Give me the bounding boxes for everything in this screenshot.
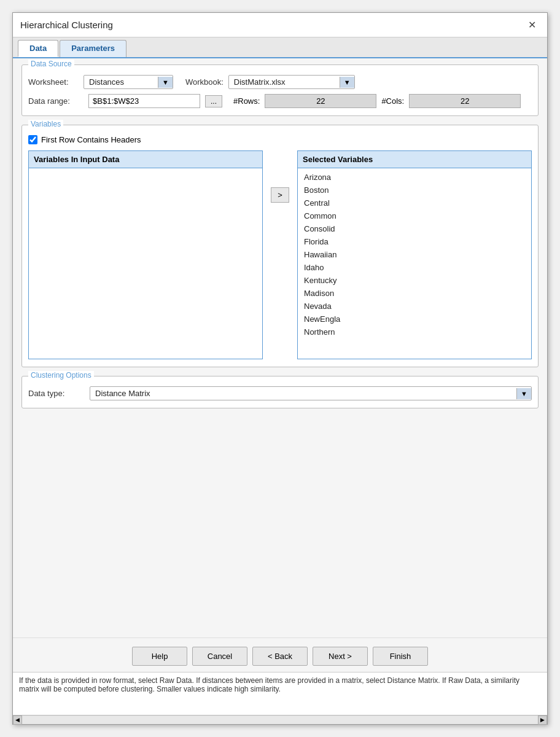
list-item[interactable]: Idaho xyxy=(298,261,531,274)
data-source-section: Data Source Worksheet: Distances ▼ Workb… xyxy=(21,64,539,116)
range-row: Data range: ... #Rows: #Cols: xyxy=(28,94,532,108)
workbook-value: DistMatrix.xlsx xyxy=(229,76,340,88)
footer-buttons: Help Cancel < Back Next > Finish xyxy=(13,638,547,672)
scroll-right-icon[interactable]: ▶ xyxy=(538,716,547,725)
headers-checkbox-row: First Row Contains Headers xyxy=(28,135,532,144)
clustering-options-section: Clustering Options Data type: Distance M… xyxy=(21,376,539,408)
list-item[interactable]: Central xyxy=(298,197,531,209)
worksheet-value: Distances xyxy=(84,76,158,88)
list-item[interactable]: Nevada xyxy=(298,300,531,313)
list-item[interactable]: Northern xyxy=(298,326,531,338)
arrow-button-wrap: > xyxy=(268,150,292,205)
datatype-dropdown[interactable]: Distance Matrix ▼ xyxy=(90,386,532,400)
worksheet-row: Worksheet: Distances ▼ Workbook: DistMat… xyxy=(28,75,532,89)
cols-input xyxy=(409,94,521,108)
datatype-row: Data type: Distance Matrix ▼ xyxy=(28,386,532,400)
datatype-value: Distance Matrix xyxy=(90,387,516,400)
list-item[interactable]: Kentucky xyxy=(298,274,531,287)
title-bar: Hierarchical Clustering ✕ xyxy=(13,13,547,37)
input-variables-header: Variables In Input Data xyxy=(29,151,262,168)
worksheet-arrow-icon[interactable]: ▼ xyxy=(158,77,173,88)
scroll-track[interactable] xyxy=(22,716,538,724)
datarange-input[interactable] xyxy=(88,94,200,108)
hierarchical-clustering-dialog: Hierarchical Clustering ✕ Data Parameter… xyxy=(12,12,548,725)
browse-button[interactable]: ... xyxy=(205,95,222,107)
rows-cols-wrap: #Rows: #Cols: xyxy=(233,94,521,108)
variables-section: Variables First Row Contains Headers Var… xyxy=(21,125,539,367)
list-item[interactable]: Consolid xyxy=(298,222,531,235)
clustering-options-label: Clustering Options xyxy=(28,371,94,380)
horizontal-scrollbar[interactable]: ◀ ▶ xyxy=(13,715,547,724)
input-variables-body xyxy=(29,168,262,173)
worksheet-label: Worksheet: xyxy=(28,77,84,87)
status-text: If the data is provided in row format, s… xyxy=(19,676,519,693)
tab-parameters[interactable]: Parameters xyxy=(60,40,126,57)
workbook-wrap: Workbook: DistMatrix.xlsx ▼ xyxy=(185,75,355,89)
workbook-label: Workbook: xyxy=(185,77,224,87)
variables-lists: Variables In Input Data > Selected Varia… xyxy=(28,150,532,359)
list-item[interactable]: Florida xyxy=(298,235,531,248)
list-item[interactable]: Hawaiian xyxy=(298,248,531,261)
rows-label: #Rows: xyxy=(233,96,260,106)
dialog-title: Hierarchical Clustering xyxy=(20,20,113,30)
datatype-label: Data type: xyxy=(28,389,84,398)
list-item[interactable]: Arizona xyxy=(298,171,531,184)
help-button[interactable]: Help xyxy=(132,647,187,666)
tab-bar: Data Parameters xyxy=(13,37,547,58)
finish-button[interactable]: Finish xyxy=(373,647,428,666)
list-item[interactable]: Madison xyxy=(298,287,531,300)
workbook-arrow-icon[interactable]: ▼ xyxy=(340,77,354,88)
list-item[interactable]: Common xyxy=(298,209,531,222)
back-button[interactable]: < Back xyxy=(252,647,308,666)
headers-checkbox-label: First Row Contains Headers xyxy=(41,135,141,144)
status-bar: If the data is provided in row format, s… xyxy=(13,672,547,715)
datatype-arrow-icon[interactable]: ▼ xyxy=(516,388,531,399)
cols-label: #Cols: xyxy=(381,96,404,106)
cancel-button[interactable]: Cancel xyxy=(192,647,247,666)
headers-checkbox[interactable] xyxy=(28,135,37,144)
rows-input xyxy=(265,94,376,108)
tab-data[interactable]: Data xyxy=(18,40,58,57)
scroll-left-icon[interactable]: ◀ xyxy=(13,716,22,725)
list-item[interactable]: NewEngla xyxy=(298,313,531,326)
move-right-button[interactable]: > xyxy=(271,187,289,203)
dialog-content: Data Source Worksheet: Distances ▼ Workb… xyxy=(13,58,547,638)
next-button[interactable]: Next > xyxy=(313,647,368,666)
list-item[interactable]: Boston xyxy=(298,184,531,197)
selected-variables-header: Selected Variables xyxy=(298,151,531,168)
worksheet-dropdown[interactable]: Distances ▼ xyxy=(84,75,173,89)
input-variables-listbox[interactable]: Variables In Input Data xyxy=(28,150,263,359)
workbook-dropdown[interactable]: DistMatrix.xlsx ▼ xyxy=(228,75,355,89)
close-button[interactable]: ✕ xyxy=(524,18,540,32)
data-source-label: Data Source xyxy=(28,60,74,68)
variables-label: Variables xyxy=(28,120,63,128)
selected-variables-listbox[interactable]: Selected Variables ArizonaBostonCentralC… xyxy=(297,150,532,359)
datarange-label: Data range: xyxy=(28,96,84,106)
selected-variables-body: ArizonaBostonCentralCommonConsolidFlorid… xyxy=(298,168,531,341)
